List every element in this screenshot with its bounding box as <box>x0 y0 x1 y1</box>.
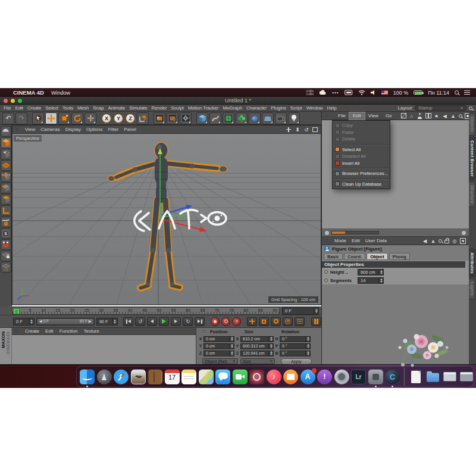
rotation-input[interactable]: 0 ° <box>280 350 311 357</box>
snap-enable-icon[interactable]: S <box>1 228 11 239</box>
app-menu-item[interactable]: Create <box>27 105 41 111</box>
search-icon[interactable] <box>439 239 442 243</box>
dock-contacts[interactable] <box>148 369 162 384</box>
lock-workplane-icon[interactable] <box>1 250 11 261</box>
dock-photo-booth[interactable] <box>249 369 264 384</box>
timeline-ruler[interactable]: 051015202530354045505560657075808590 0 <box>12 307 280 315</box>
app-menu-item[interactable]: Window <box>306 105 323 111</box>
back-icon[interactable]: ◀ <box>422 238 428 244</box>
points-mode-icon[interactable] <box>1 171 11 182</box>
viewport-menu-item[interactable]: Cameras <box>40 127 60 132</box>
wifi-icon[interactable] <box>358 90 365 95</box>
material-menu-item[interactable]: Edit <box>45 328 54 334</box>
app-menu-item[interactable]: Edit <box>15 105 23 111</box>
dock-calendar[interactable]: 17 <box>165 369 180 384</box>
home-icon[interactable]: ⌂ <box>409 113 415 119</box>
dock-podcasts[interactable]: ! <box>317 369 332 384</box>
panel-tab[interactable]: Objects <box>469 113 475 136</box>
live-selection-tool[interactable] <box>32 112 44 124</box>
catalog-book-icon[interactable] <box>425 113 431 119</box>
menu-item[interactable]: Clean Up Database <box>333 181 390 188</box>
timeline-playhead[interactable]: 0 <box>13 308 20 314</box>
rotate-view-icon[interactable]: ↺ <box>303 127 309 133</box>
viewport-menu-item[interactable]: Options <box>86 127 103 132</box>
menu-item[interactable]: Delete <box>333 136 390 143</box>
apply-button[interactable]: Apply <box>281 358 312 365</box>
dock-utility-app[interactable] <box>368 369 383 384</box>
scale-tool[interactable] <box>58 112 70 124</box>
keyboard-flag-icon[interactable] <box>381 90 388 95</box>
edges-mode-icon[interactable] <box>1 183 11 193</box>
play-loop-button[interactable]: ↻ <box>183 317 193 326</box>
browser-menu-item[interactable]: File <box>334 112 349 120</box>
animation-dot[interactable] <box>324 270 328 274</box>
solo-marker-button[interactable] <box>311 317 321 326</box>
add-spline-primitive-button[interactable] <box>249 112 261 124</box>
attribute-tab[interactable]: Basic <box>324 253 343 260</box>
rotation-input[interactable]: 0 ° <box>280 343 311 350</box>
app-menu-item[interactable]: Plugins <box>271 105 286 111</box>
key-pla-toggle[interactable] <box>295 317 305 326</box>
coordinate-mode-select[interactable]: Object (Rel)▼ <box>202 358 238 365</box>
play-forward-button[interactable] <box>159 317 169 326</box>
attribute-tab[interactable]: Phong <box>389 253 410 260</box>
browser-menu-item[interactable]: Edit <box>349 112 365 120</box>
goto-start-button[interactable] <box>123 317 133 326</box>
dock-folder[interactable] <box>425 369 440 384</box>
previous-frame-button[interactable] <box>147 317 157 326</box>
battery-icon[interactable] <box>414 90 422 95</box>
workplane-mode-icon[interactable] <box>1 160 11 171</box>
coordinate-system-button[interactable] <box>137 112 149 124</box>
range-end-spinner[interactable]: 90 F <box>96 318 118 325</box>
panel-tab[interactable]: Attributes <box>469 249 475 277</box>
menu-item[interactable]: Deselect All <box>333 153 390 160</box>
panel-tab[interactable]: Content Browser <box>469 137 475 180</box>
undo-button[interactable]: ↶ <box>2 112 14 124</box>
attribute-tab[interactable]: Coord. <box>344 253 365 260</box>
app-menu-item[interactable]: MoGraph <box>223 105 242 111</box>
lock-icon[interactable] <box>444 240 449 243</box>
app-menu-item[interactable]: Simulate <box>129 105 147 111</box>
navigate-icon[interactable]: ▲ <box>450 113 456 119</box>
simulation-mode-icon[interactable] <box>1 126 11 137</box>
search-icon[interactable] <box>459 114 462 118</box>
keyframe-selection-button[interactable]: ? <box>232 317 241 326</box>
rotate-tool[interactable] <box>71 112 83 124</box>
add-subdivision-surface-button[interactable] <box>223 112 234 124</box>
current-frame-spinner[interactable]: 0 F <box>282 307 319 315</box>
app-menu-item[interactable]: File <box>4 105 11 111</box>
dock-document[interactable] <box>408 369 423 384</box>
dock-ibooks[interactable] <box>283 369 298 384</box>
app-menu-item[interactable]: Motion Tracker <box>188 105 219 111</box>
favorites-star-icon[interactable]: ★ <box>434 113 440 119</box>
position-input[interactable]: 0 cm <box>203 336 234 343</box>
macos-app-menu[interactable]: CINEMA 4D <box>13 89 44 96</box>
panel-tab[interactable]: Layers <box>469 278 475 299</box>
axis-tool[interactable] <box>84 112 96 124</box>
polygons-mode-icon[interactable] <box>1 194 11 205</box>
browser-menu-item[interactable]: Go <box>382 112 396 120</box>
pan-icon[interactable] <box>286 127 292 133</box>
render-to-picture-viewer-button[interactable] <box>167 112 178 124</box>
dock-notes[interactable] <box>181 369 196 384</box>
dock-messages[interactable] <box>215 369 230 384</box>
attribute-menu-item[interactable]: User Data <box>365 238 387 243</box>
add-icon[interactable] <box>460 238 466 244</box>
add-floor-button[interactable] <box>262 112 274 124</box>
menu-item[interactable]: Browser Preferences... <box>333 170 390 177</box>
panel-grip[interactable] <box>202 330 206 334</box>
field-value-input[interactable]: 600 cm <box>358 269 384 275</box>
browser-menu-item[interactable]: View <box>365 112 382 120</box>
app-menu-item[interactable]: Snap <box>93 105 104 111</box>
spotlight-icon[interactable] <box>455 90 459 95</box>
key-position-toggle[interactable] <box>247 317 257 326</box>
thumbnail-small-icon[interactable] <box>325 231 329 235</box>
app-menu-item[interactable]: Character <box>246 105 267 111</box>
panel-grip[interactable] <box>15 329 19 333</box>
key-parameter-toggle[interactable]: P <box>283 317 293 326</box>
attribute-menu-item[interactable]: Mode <box>334 238 346 243</box>
layout-select[interactable]: Startup▼ <box>415 105 466 111</box>
cloud-icon[interactable] <box>319 90 327 95</box>
dock-screenshot-2[interactable] <box>459 369 474 384</box>
size-mode-select[interactable]: Size▼ <box>240 358 275 365</box>
